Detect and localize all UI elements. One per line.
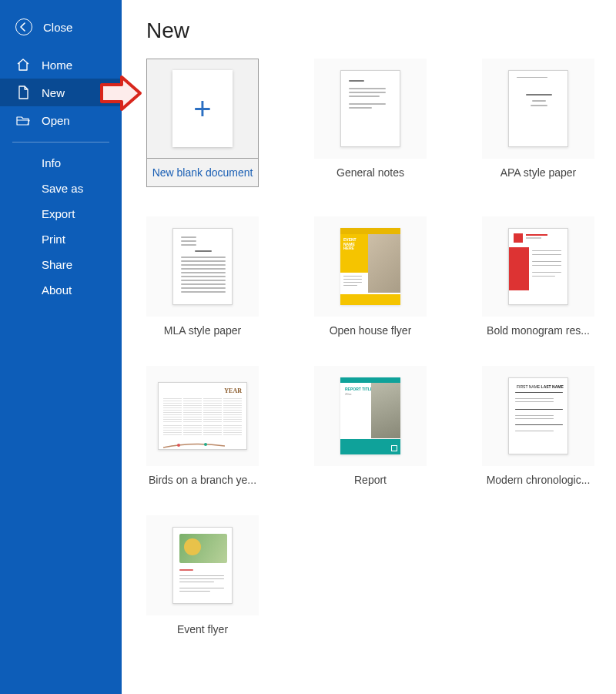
template-event-flyer[interactable]: Event flyer (146, 515, 259, 635)
template-open-house-flyer[interactable]: EVENTNAMEHERE Open house flyer (314, 216, 427, 337)
template-label: Modern chronologic... (487, 474, 591, 486)
nav-new-label: New (42, 86, 65, 99)
template-report[interactable]: REPORT TITLE 20xx Report (314, 366, 427, 486)
template-thumb: REPORT TITLE 20xx (314, 366, 427, 466)
template-label: Bold monogram res... (487, 324, 590, 337)
nav-separator (12, 142, 109, 142)
template-label: Event flyer (177, 623, 228, 635)
template-general-notes[interactable]: General notes (314, 59, 427, 187)
svg-point-0 (177, 444, 180, 447)
template-thumb: + (146, 59, 259, 159)
template-thumb (482, 216, 594, 317)
close-button[interactable]: Close (0, 14, 122, 51)
template-label: New blank document (146, 159, 259, 187)
template-label: Report (354, 474, 387, 486)
template-label: General notes (336, 166, 404, 179)
page-title: New (146, 18, 616, 43)
nav-info[interactable]: Info (0, 150, 122, 176)
template-bold-monogram-resume[interactable]: Bold monogram res... (482, 216, 594, 337)
plus-icon: + (193, 93, 211, 124)
template-gallery: + New blank document General notes (146, 59, 608, 635)
nav-home-label: Home (42, 59, 72, 72)
nav-export[interactable]: Export (0, 201, 122, 226)
template-birds-on-a-branch-year[interactable]: YEAR (146, 366, 259, 486)
nav-about[interactable]: About (0, 277, 122, 303)
template-thumb (146, 216, 259, 317)
back-arrow-icon (15, 18, 32, 35)
template-new-blank-document[interactable]: + New blank document (146, 59, 259, 187)
new-document-icon (15, 85, 31, 100)
nav-open[interactable]: Open (0, 106, 122, 134)
nav-share[interactable]: Share (0, 252, 122, 277)
nav-print[interactable]: Print (0, 226, 122, 252)
template-label: MLA style paper (164, 324, 241, 337)
template-thumb: FIRST NAME LAST NAME (482, 366, 594, 466)
svg-point-1 (204, 443, 207, 446)
template-label: Open house flyer (330, 324, 412, 337)
template-thumb: YEAR (146, 366, 259, 466)
nav-new[interactable]: New (0, 79, 122, 106)
home-icon (15, 57, 31, 72)
template-thumb (146, 515, 259, 615)
template-modern-chronological[interactable]: FIRST NAME LAST NAME Modern chronologic.… (482, 366, 594, 486)
folder-open-icon (15, 112, 31, 128)
nav-save-as[interactable]: Save as (0, 176, 122, 201)
nav-open-label: Open (42, 114, 70, 127)
backstage-sidebar: Close Home New Open Info Save as Export … (0, 0, 122, 694)
template-thumb: EVENTNAMEHERE (314, 216, 427, 317)
template-label: APA style paper (500, 166, 577, 179)
template-thumb (314, 59, 427, 159)
template-label: Birds on a branch ye... (149, 474, 256, 486)
main-content: New + New blank document (122, 0, 616, 694)
close-label: Close (43, 21, 72, 34)
nav-home[interactable]: Home (0, 51, 122, 79)
template-thumb (482, 59, 594, 159)
template-apa-style-paper[interactable]: APA style paper (482, 59, 594, 187)
template-mla-style-paper[interactable]: MLA style paper (146, 216, 259, 337)
